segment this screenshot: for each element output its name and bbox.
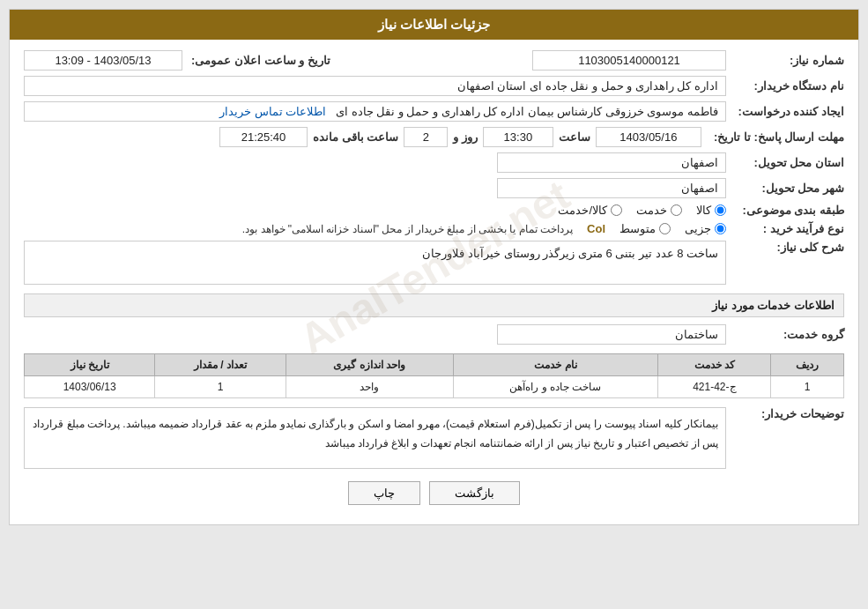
city-value: اصفهان — [497, 178, 726, 198]
col-header-date: تاریخ نیاز — [25, 354, 155, 376]
announce-date-value: 1403/05/13 - 13:09 — [24, 50, 182, 71]
category-radio-group: کالا خدمت کالا/خدمت — [558, 204, 726, 217]
city-label: شهر محل تحویل: — [730, 182, 844, 195]
print-button[interactable]: چاپ — [348, 481, 420, 505]
reply-time-label: ساعت — [559, 130, 590, 144]
province-row: استان محل تحویل: اصفهان — [24, 152, 844, 173]
category-option-kala-khedmat[interactable]: کالا/خدمت — [558, 204, 622, 217]
category-option-khedmat[interactable]: خدمت — [636, 204, 682, 217]
main-card: AnaITender.net جزئیات اطلاعات نیاز شماره… — [9, 9, 859, 525]
category-row: طبقه بندی موضوعی: کالا خدمت کالا/خدمت — [24, 204, 844, 217]
category-kala-khedmat-label: کالا/خدمت — [558, 204, 607, 217]
table-cell-quantity: 1 — [155, 376, 286, 398]
reply-remaining: 21:25:40 — [219, 127, 308, 147]
description-section-label: شرح کلی نیاز: — [730, 241, 844, 254]
col-header-name: نام خدمت — [453, 354, 658, 376]
reply-deadline-row: مهلت ارسال پاسخ: تا تاریخ: 1403/05/16 سا… — [24, 127, 844, 147]
category-radio-kala[interactable] — [715, 204, 726, 216]
category-kala-label: کالا — [696, 204, 711, 217]
buyer-notes-row: توضیحات خریدار: بیمانکار کلیه اسناد پیوس… — [24, 407, 844, 469]
category-radio-kala-khedmat[interactable] — [611, 204, 622, 216]
service-group-label: گروه خدمت: — [730, 328, 844, 341]
buyer-org-label: نام دستگاه خریدار: — [730, 79, 844, 93]
province-label: استان محل تحویل: — [730, 156, 844, 169]
table-cell-date: 1403/06/13 — [25, 376, 155, 398]
process-radio-motavasset[interactable] — [659, 223, 671, 234]
col-header-code: کد خدمت — [658, 354, 771, 376]
service-group-value: ساختمان — [497, 324, 726, 345]
process-label: نوع فرآیند خرید : — [730, 222, 844, 235]
city-row: شهر محل تحویل: اصفهان — [24, 178, 844, 198]
process-note: پرداخت تمام یا بخشی از مبلغ خریدار از مح… — [242, 223, 573, 235]
announce-date-label: تاریخ و ساعت اعلان عمومی: — [191, 54, 330, 67]
page-title: جزئیات اطلاعات نیاز — [10, 10, 858, 40]
bottom-buttons: بازگشت چاپ — [24, 481, 844, 505]
requester-text: فاطمه موسوی خرزوقی کارشناس بیمان اداره ک… — [336, 105, 718, 118]
need-number-value: 1103005140000121 — [532, 50, 726, 71]
col-header-unit: واحد اندازه گیری — [286, 354, 453, 376]
process-radio-group: جزیی متوسط Col پرداخت تمام یا بخشی از مب… — [242, 222, 726, 235]
services-table-section: ردیف کد خدمت نام خدمت واحد اندازه گیری ت… — [24, 353, 844, 398]
requester-contact-link[interactable]: اطلاعات تماس خریدار — [219, 105, 326, 118]
process-radio-jozii[interactable] — [715, 223, 726, 234]
table-cell-name: ساخت جاده و راه‌آهن — [453, 376, 658, 398]
reply-time: 13:30 — [483, 127, 553, 147]
back-button[interactable]: بازگشت — [429, 481, 520, 505]
need-number-label: شماره نیاز: — [730, 54, 844, 67]
buyer-org-row: نام دستگاه خریدار: اداره کل راهداری و حم… — [24, 76, 844, 96]
requester-label: ایجاد کننده درخواست: — [730, 105, 844, 118]
process-jozii-label: جزیی — [685, 222, 711, 235]
table-row: 1ج-42-421ساخت جاده و راه‌آهنواحد11403/06… — [25, 376, 844, 398]
buyer-notes-value: بیمانکار کلیه اسناد پیوست را پس از تکمیل… — [24, 407, 726, 469]
description-row: شرح کلی نیاز: ساخت 8 عدد تیر بتنی 6 متری… — [24, 241, 844, 285]
col-header-qty: تعداد / مقدار — [155, 354, 286, 376]
process-row: نوع فرآیند خرید : جزیی متوسط Col پرداخت … — [24, 222, 844, 235]
reply-remaining-label: ساعت باقی مانده — [313, 130, 398, 144]
table-cell-code: ج-42-421 — [658, 376, 771, 398]
category-option-kala[interactable]: کالا — [696, 204, 726, 217]
buyer-notes-label: توضیحات خریدار: — [730, 407, 844, 420]
buyer-org-value: اداره کل راهداری و حمل و نقل جاده ای است… — [24, 76, 726, 96]
category-khedmat-label: خدمت — [636, 204, 667, 217]
process-motavasset-label: متوسط — [619, 222, 656, 235]
col-note: Col — [587, 222, 605, 235]
requester-value: فاطمه موسوی خرزوقی کارشناس بیمان اداره ک… — [24, 101, 726, 122]
category-label: طبقه بندی موضوعی: — [730, 204, 844, 217]
category-radio-khedmat[interactable] — [671, 204, 682, 216]
table-cell-row: 1 — [771, 376, 844, 398]
reply-date: 1403/05/16 — [596, 127, 701, 147]
col-header-row: ردیف — [771, 354, 844, 376]
reply-days: 2 — [404, 127, 448, 147]
requester-row: ایجاد کننده درخواست: فاطمه موسوی خرزوقی … — [24, 101, 844, 122]
process-option-motavasset[interactable]: متوسط — [619, 222, 671, 235]
need-number-row: شماره نیاز: 1103005140000121 تاریخ و ساع… — [24, 50, 844, 71]
service-group-row: گروه خدمت: ساختمان — [24, 324, 844, 345]
description-value: ساخت 8 عدد تیر بتنی 6 متری زیرگذر روستای… — [24, 241, 726, 285]
services-table: ردیف کد خدمت نام خدمت واحد اندازه گیری ت… — [24, 353, 844, 398]
reply-deadline-label: مهلت ارسال پاسخ: تا تاریخ: — [707, 130, 844, 144]
reply-days-label: روز و — [453, 130, 478, 144]
province-value: اصفهان — [497, 152, 726, 173]
services-section-title: اطلاعات خدمات مورد نیاز — [24, 293, 844, 317]
process-option-jozii[interactable]: جزیی — [685, 222, 726, 235]
table-cell-unit: واحد — [286, 376, 453, 398]
